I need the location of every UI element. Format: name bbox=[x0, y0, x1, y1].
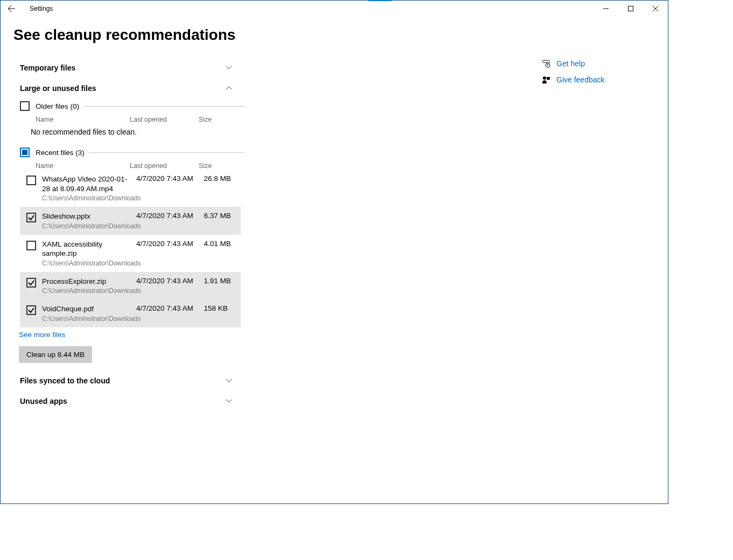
file-row[interactable]: WhatsApp Video 2020-01-28 at 8.09.49 AM.… bbox=[20, 170, 241, 207]
file-last-opened: 4/7/2020 7:43 AM bbox=[136, 174, 204, 183]
chevron-down-icon bbox=[224, 398, 234, 404]
col-opened: Last opened bbox=[130, 162, 199, 170]
col-size: Size bbox=[199, 116, 231, 123]
feedback-icon bbox=[540, 75, 552, 84]
see-more-files-link[interactable]: See more files bbox=[19, 331, 65, 339]
file-size: 1.91 MB bbox=[204, 277, 241, 285]
divider bbox=[83, 106, 245, 107]
file-name-block: VoidCheque.pdfC:\Users\Administrator\Dow… bbox=[42, 304, 136, 323]
close-icon bbox=[653, 6, 658, 11]
older-files-title: Older files (0) bbox=[36, 102, 79, 110]
minimize-icon bbox=[603, 6, 609, 11]
give-feedback-link[interactable]: Give feedback bbox=[540, 72, 659, 88]
file-name: Slideshow.pptx bbox=[42, 212, 133, 221]
section-files-synced[interactable]: Files synced to the cloud bbox=[20, 370, 234, 391]
cleanup-button[interactable]: Clean up 8.44 MB bbox=[19, 346, 92, 363]
chevron-down-icon bbox=[224, 65, 234, 71]
svg-point-2 bbox=[543, 76, 546, 80]
col-size: Size bbox=[199, 162, 231, 170]
chevron-down-icon bbox=[224, 377, 234, 384]
file-checkbox[interactable] bbox=[26, 278, 36, 288]
file-name-block: ProcessExplorer.zipC:\Users\Administrato… bbox=[42, 277, 136, 295]
main-column: See cleanup recommendations Temporary fi… bbox=[13, 23, 245, 503]
file-row[interactable]: XAML accessibility sample.zipC:\Users\Ad… bbox=[20, 235, 241, 272]
arrow-left-icon bbox=[7, 4, 16, 13]
file-path: C:\Users\Administrator\Downloads bbox=[42, 194, 133, 202]
settings-window: Settings See cleanup recommendations Tem… bbox=[0, 0, 668, 504]
file-checkbox[interactable] bbox=[26, 241, 36, 250]
section-label: Files synced to the cloud bbox=[20, 376, 110, 385]
file-name: VoidCheque.pdf bbox=[42, 304, 133, 314]
file-size: 4.01 MB bbox=[204, 240, 241, 248]
file-path: C:\Users\Administrator\Downloads bbox=[42, 222, 133, 230]
window-controls bbox=[594, 1, 668, 17]
file-row[interactable]: ProcessExplorer.zipC:\Users\Administrato… bbox=[20, 272, 241, 300]
recent-files-checkbox-indeterminate[interactable] bbox=[20, 148, 30, 157]
titlebar: Settings bbox=[1, 1, 668, 17]
file-path: C:\Users\Administrator\Downloads bbox=[42, 260, 133, 267]
older-files-checkbox[interactable] bbox=[20, 101, 30, 111]
col-opened: Last opened bbox=[130, 116, 199, 123]
maximize-icon bbox=[628, 6, 633, 11]
aside-links: Get help Give feedback bbox=[540, 55, 659, 88]
feedback-label: Give feedback bbox=[556, 75, 605, 84]
window-accent bbox=[368, 0, 392, 1]
file-checkbox[interactable] bbox=[26, 176, 36, 185]
help-icon bbox=[540, 59, 552, 68]
back-button[interactable] bbox=[1, 1, 22, 17]
recent-files-title: Recent files (3) bbox=[36, 149, 85, 157]
file-checkbox[interactable] bbox=[26, 305, 36, 315]
file-name: XAML accessibility sample.zip bbox=[42, 240, 133, 258]
section-label: Temporary files bbox=[20, 64, 75, 72]
col-name: Name bbox=[36, 116, 130, 123]
file-checkbox[interactable] bbox=[26, 213, 36, 222]
file-last-opened: 4/7/2020 7:43 AM bbox=[136, 277, 204, 285]
file-size: 6.37 MB bbox=[204, 212, 241, 220]
help-label: Get help bbox=[556, 59, 585, 68]
maximize-button[interactable] bbox=[618, 1, 643, 17]
file-last-opened: 4/7/2020 7:43 AM bbox=[136, 212, 204, 220]
file-row[interactable]: Slideshow.pptxC:\Users\Administrator\Dow… bbox=[20, 207, 241, 235]
file-name-block: XAML accessibility sample.zipC:\Users\Ad… bbox=[42, 240, 136, 267]
section-large-unused[interactable]: Large or unused files bbox=[20, 78, 234, 99]
file-size: 26.8 MB bbox=[204, 174, 241, 183]
close-button[interactable] bbox=[643, 1, 668, 17]
file-name: ProcessExplorer.zip bbox=[42, 277, 133, 286]
section-label: Large or unused files bbox=[20, 84, 96, 93]
section-label: Unused apps bbox=[20, 397, 67, 405]
file-size: 158 KB bbox=[204, 304, 241, 312]
file-path: C:\Users\Administrator\Downloads bbox=[42, 315, 133, 323]
file-path: C:\Users\Administrator\Downloads bbox=[42, 287, 133, 295]
window-title: Settings bbox=[22, 5, 53, 12]
svg-rect-0 bbox=[629, 6, 633, 11]
file-name-block: Slideshow.pptxC:\Users\Administrator\Dow… bbox=[42, 212, 136, 230]
column-headers: Name Last opened Size bbox=[36, 116, 245, 123]
file-last-opened: 4/7/2020 7:43 AM bbox=[136, 240, 204, 248]
section-temporary-files[interactable]: Temporary files bbox=[20, 58, 234, 78]
column-headers: Name Last opened Size bbox=[36, 162, 245, 170]
minimize-button[interactable] bbox=[594, 1, 618, 17]
chevron-up-icon bbox=[224, 85, 234, 92]
divider bbox=[89, 152, 245, 153]
page-title: See cleanup recommendations bbox=[13, 26, 337, 44]
recent-files-list: WhatsApp Video 2020-01-28 at 8.09.49 AM.… bbox=[20, 170, 245, 327]
file-name: WhatsApp Video 2020-01-28 at 8.09.49 AM.… bbox=[42, 174, 133, 193]
file-row[interactable]: VoidCheque.pdfC:\Users\Administrator\Dow… bbox=[20, 299, 241, 327]
col-name: Name bbox=[36, 162, 130, 170]
content-area: See cleanup recommendations Temporary fi… bbox=[1, 17, 668, 503]
recent-files-group: Recent files (3) Name Last opened Size W… bbox=[20, 146, 245, 327]
older-files-group: Older files (0) Name Last opened Size No… bbox=[20, 100, 245, 136]
get-help-link[interactable]: Get help bbox=[540, 55, 659, 72]
file-name-block: WhatsApp Video 2020-01-28 at 8.09.49 AM.… bbox=[42, 174, 136, 202]
file-last-opened: 4/7/2020 7:43 AM bbox=[136, 304, 204, 312]
older-empty-message: No recommended files to clean. bbox=[31, 128, 245, 136]
section-unused-apps[interactable]: Unused apps bbox=[20, 391, 234, 411]
